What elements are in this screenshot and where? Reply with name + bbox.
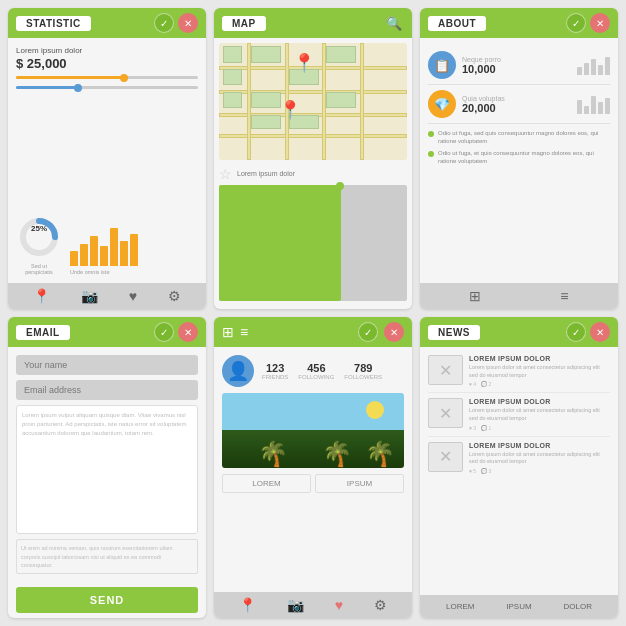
- grid-icon[interactable]: ⊞: [469, 288, 481, 304]
- email-check-icon[interactable]: ✓: [154, 322, 174, 342]
- social-close-icon[interactable]: ✕: [384, 322, 404, 342]
- news-footer-btn2[interactable]: IPSUM: [500, 600, 537, 613]
- map-pin-blue[interactable]: 📍: [279, 99, 301, 121]
- news-thumb3: ✕: [428, 442, 463, 472]
- about-icon1: 📋: [428, 51, 456, 79]
- news-check-icon[interactable]: ✓: [566, 322, 586, 342]
- news-content2: LOREM IPSUM DOLOR Lorem ipsum dolor sit …: [469, 398, 610, 430]
- stat-lorem: Lorem ipsum dolor: [16, 46, 198, 55]
- friends-num: 123: [262, 362, 288, 374]
- social-body: 👤 123 FRIENDS 456 FOLLOWING 789 FOLLOWER…: [214, 347, 412, 592]
- news-text2: Lorem ipsum dolor sit amet consectetur a…: [469, 407, 610, 422]
- map-lorem: Lorem ipsum dolor: [237, 170, 407, 177]
- news-text3: Lorem ipsum dolor sit amet consectetur a…: [469, 451, 610, 466]
- social-btn1[interactable]: LOREM: [222, 474, 311, 493]
- social-grid-icon[interactable]: ⊞: [222, 324, 234, 340]
- news-title: NEWS: [428, 325, 480, 340]
- statistic-check-icon[interactable]: ✓: [154, 13, 174, 33]
- social-friends: 123 FRIENDS: [262, 362, 288, 380]
- soc-camera-icon[interactable]: 📷: [287, 597, 304, 613]
- followers-label: FOLLOWERS: [344, 374, 382, 380]
- chart-label2: Unde omnis iste: [70, 269, 198, 275]
- sun: [366, 401, 384, 419]
- email-body-text: Lorem ipsum vulput aliquam quisque diam.…: [22, 412, 186, 436]
- social-btn-row: LOREM IPSUM: [222, 474, 404, 493]
- list-icon[interactable]: ≡: [560, 288, 568, 304]
- about-list-text2: Odio ut fuga, et quis consequuntur magno…: [438, 149, 610, 166]
- about-value1: 10,000: [462, 63, 571, 75]
- social-header: ⊞ ≡ ✓ ✕: [214, 317, 412, 347]
- email-close-icon[interactable]: ✕: [178, 322, 198, 342]
- statistic-header: STATISTIC ✓ ✕: [8, 8, 206, 38]
- news-meta-item6: 💬 3: [481, 468, 491, 474]
- news-footer: LOREM IPSUM DOLOR: [420, 595, 618, 618]
- map-slider[interactable]: [219, 185, 407, 302]
- bullet2: [428, 151, 434, 157]
- social-list-icon[interactable]: ≡: [240, 324, 248, 340]
- about-card: ABOUT ✓ ✕ 📋 Neque porro 10,000: [420, 8, 618, 309]
- news-meta1: ♥ 4 💬 2: [469, 381, 610, 387]
- news-header: NEWS ✓ ✕: [420, 317, 618, 347]
- news-title1: LOREM IPSUM DOLOR: [469, 355, 610, 362]
- social-followers: 789 FOLLOWERS: [344, 362, 382, 380]
- email-input[interactable]: Email address: [16, 380, 198, 400]
- map-pin-orange[interactable]: 📍: [293, 52, 315, 74]
- location-icon[interactable]: 📍: [33, 288, 50, 304]
- stat-charts: 25% Sed utperspiciatis Unde omnis iste: [16, 97, 198, 275]
- social-footer: 📍 📷 ♥ ⚙: [214, 592, 412, 618]
- about-value2: 20,000: [462, 102, 571, 114]
- soc-location-icon[interactable]: 📍: [239, 597, 256, 613]
- map-area[interactable]: 📍 📍: [219, 43, 407, 160]
- slider1[interactable]: [16, 76, 198, 79]
- news-content1: LOREM IPSUM DOLOR Lorem ipsum dolor sit …: [469, 355, 610, 387]
- email-body: Your name Email address Lorem ipsum vulp…: [8, 347, 206, 582]
- app-grid: STATISTIC ✓ ✕ Lorem ipsum dolor $ 25,000: [0, 0, 626, 626]
- social-btn2[interactable]: IPSUM: [315, 474, 404, 493]
- news-title3: LOREM IPSUM DOLOR: [469, 442, 610, 449]
- map-search-icon[interactable]: 🔍: [384, 13, 404, 33]
- avatar: 👤: [222, 355, 254, 387]
- news-footer-btn1[interactable]: LOREM: [440, 600, 480, 613]
- news-meta2: ♥ 3 💬 1: [469, 425, 610, 431]
- email-textarea[interactable]: Lorem ipsum vulput aliquam quisque diam.…: [16, 405, 198, 534]
- email-header: EMAIL ✓ ✕: [8, 317, 206, 347]
- about-body: 📋 Neque porro 10,000 💎: [420, 38, 618, 283]
- about-minibars1: [577, 55, 610, 75]
- news-card: NEWS ✓ ✕ ✕ LOREM IPSUM DOLOR Lorem ipsum…: [420, 317, 618, 618]
- news-close-icon[interactable]: ✕: [590, 322, 610, 342]
- map-card: MAP 🔍: [214, 8, 412, 309]
- send-button[interactable]: SEND: [16, 587, 198, 613]
- soc-heart-icon[interactable]: ♥: [335, 597, 343, 613]
- slider2[interactable]: [16, 86, 198, 89]
- news-meta3: ♥ 5 💬 3: [469, 468, 610, 474]
- camera-icon[interactable]: 📷: [81, 288, 98, 304]
- soc-settings-icon[interactable]: ⚙: [374, 597, 387, 613]
- map-header: MAP 🔍: [214, 8, 412, 38]
- about-row2: 💎 Quia voluptas 20,000: [428, 85, 610, 124]
- friends-label: FRIENDS: [262, 374, 288, 380]
- about-label2: Quia voluptas: [462, 95, 571, 102]
- about-label1: Neque porro: [462, 56, 571, 63]
- email-title: EMAIL: [16, 325, 70, 340]
- statistic-footer: 📍 📷 ♥ ⚙: [8, 283, 206, 309]
- about-check-icon[interactable]: ✓: [566, 13, 586, 33]
- social-following: 456 FOLLOWING: [298, 362, 334, 380]
- heart-icon[interactable]: ♥: [129, 288, 137, 304]
- bullet1: [428, 131, 434, 137]
- statistic-close-icon[interactable]: ✕: [178, 13, 198, 33]
- news-meta-item2: 💬 2: [481, 381, 491, 387]
- map-star-icon[interactable]: ☆: [219, 166, 232, 182]
- following-label: FOLLOWING: [298, 374, 334, 380]
- social-image: 🌴 🌴 🌴: [222, 393, 404, 468]
- about-close-icon[interactable]: ✕: [590, 13, 610, 33]
- settings-icon[interactable]: ⚙: [168, 288, 181, 304]
- donut-label: 25%: [31, 224, 47, 233]
- name-input[interactable]: Your name: [16, 355, 198, 375]
- social-check-icon[interactable]: ✓: [358, 322, 378, 342]
- map-title: MAP: [222, 16, 266, 31]
- news-item3: ✕ LOREM IPSUM DOLOR Lorem ipsum dolor si…: [428, 442, 610, 479]
- news-footer-btn3[interactable]: DOLOR: [558, 600, 598, 613]
- social-profile: 👤 123 FRIENDS 456 FOLLOWING 789 FOLLOWER…: [222, 355, 404, 387]
- map-slider-row: ☆ Lorem ipsum dolor: [219, 166, 407, 182]
- about-row1: 📋 Neque porro 10,000: [428, 46, 610, 85]
